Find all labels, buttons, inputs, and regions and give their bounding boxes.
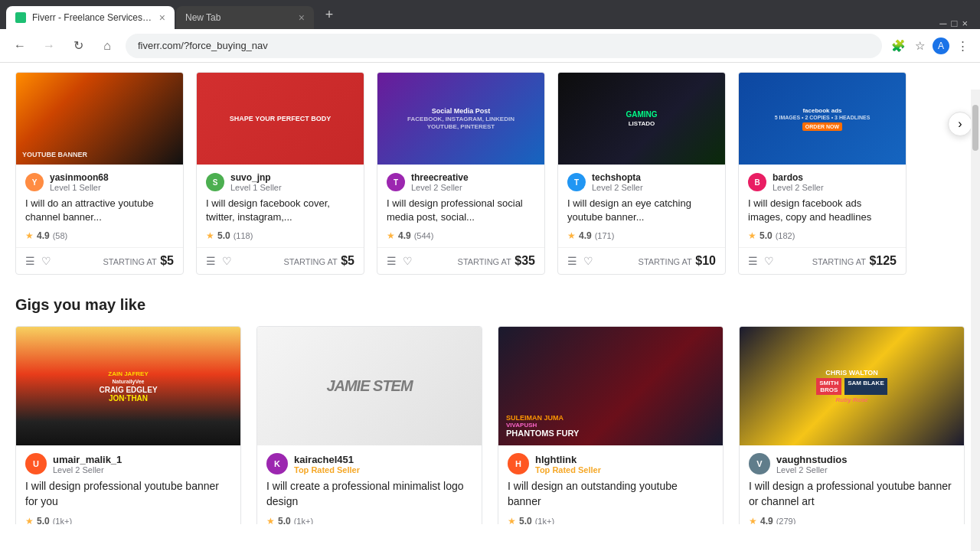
bottom-gig-rating-1: ★ 5.0 (1k+) (16, 516, 240, 524)
rating-val-5: 5.0 (760, 230, 773, 241)
favorite-btn-4[interactable]: ♡ (583, 255, 593, 267)
bookmark-icon[interactable]: ☆ (911, 37, 928, 54)
gig-card-2: SHAPE YOUR PERFECT BODY S suvo_jnp Level… (196, 72, 364, 275)
scrollbar (971, 90, 980, 551)
seller-name-3: threecreative (411, 172, 535, 183)
home-button[interactable]: ⌂ (96, 35, 118, 57)
gig-footer-4: ☰ ♡ STARTING AT $10 (558, 247, 725, 274)
tab-title-new: New Tab (185, 12, 292, 23)
gig-card-1: YouTube Banner Y yasinmoon68 Level 1 Sel… (15, 72, 184, 275)
rating-val-3: 4.9 (398, 230, 411, 241)
bottom-rating-val-1: 5.0 (37, 516, 50, 524)
bottom-gig-image-4: CHRIS WALTON SMITHBROS SAM BLAKE Ruby Ro… (740, 327, 964, 445)
bottom-gig-image-3: SULEIMAN JUMA VIVAPUSH PHANTOMS FURY (498, 327, 723, 445)
compare-btn-5[interactable]: ☰ (748, 255, 758, 267)
gig-image-1: YouTube Banner (16, 73, 183, 165)
scrollbar-thumb[interactable] (972, 105, 978, 151)
seller-avatar-4: T (567, 173, 586, 191)
minimize-btn[interactable]: ─ (939, 18, 946, 29)
bottom-seller-level-1: Level 2 Seller (53, 465, 231, 474)
menu-icon[interactable]: ⋮ (954, 37, 971, 54)
gig-image-4: GAMINGLISTADO (558, 73, 725, 165)
back-button[interactable]: ← (9, 35, 31, 57)
bottom-gig-seller-3: H hlghtlink Top Rated Seller (498, 445, 723, 479)
gig-rating-5: ★ 5.0 (182) (739, 230, 906, 247)
top-gigs-section: YouTube Banner Y yasinmoon68 Level 1 Sel… (15, 63, 965, 284)
gig-footer-3: ☰ ♡ STARTING AT $35 (377, 247, 544, 274)
new-tab-button[interactable]: + (318, 4, 340, 25)
compare-btn-1[interactable]: ☰ (25, 255, 35, 267)
bottom-seller-avatar-4: V (749, 453, 770, 474)
bottom-gig-image-1: ZAIN JAFREY NaturallyVee CRAIG EDGLEY JO… (16, 327, 240, 445)
favorite-btn-3[interactable]: ♡ (403, 255, 413, 267)
favorite-btn-5[interactable]: ♡ (764, 255, 774, 267)
tab-close-new[interactable]: × (299, 11, 305, 24)
nav-icons: 🧩 ☆ A ⋮ (890, 37, 971, 54)
seller-level-5: Level 2 Seller (773, 183, 897, 192)
gig-rating-4: ★ 4.9 (171) (558, 230, 725, 247)
tab-favicon (15, 12, 26, 23)
price-5: $125 (869, 254, 897, 267)
rating-count-3: (544) (414, 231, 434, 240)
seller-name-4: techshopta (592, 172, 716, 183)
profile-icon[interactable]: A (933, 37, 949, 54)
rating-count-2: (118) (234, 231, 253, 240)
forward-button[interactable]: → (38, 35, 60, 57)
favorite-btn-2[interactable]: ♡ (222, 255, 232, 267)
bottom-rating-val-2: 5.0 (278, 516, 291, 524)
scrollbar-track[interactable] (971, 90, 980, 551)
maximize-btn[interactable]: □ (952, 18, 958, 29)
starting-at-4: STARTING AT (639, 257, 692, 266)
gig-seller-3: T threecreative Level 2 Seller (377, 165, 544, 197)
gig-actions-4: ☰ ♡ (567, 255, 593, 267)
gig-title-4: I will design an eye catching youtube ba… (558, 197, 725, 230)
gig-title-1: I will do an attractive youtube channel … (16, 197, 183, 230)
price-4: $10 (695, 254, 716, 267)
gig-rating-2: ★ 5.0 (118) (197, 230, 364, 247)
bottom-gig-seller-2: K kairachel451 Top Rated Seller (257, 445, 482, 479)
bottom-rating-count-3: (1k+) (535, 517, 554, 524)
compare-btn-3[interactable]: ☰ (387, 255, 397, 267)
compare-btn-2[interactable]: ☰ (206, 255, 216, 267)
gig-title-5: I will design facebook ads images, copy … (739, 197, 906, 230)
gig-actions-1: ☰ ♡ (25, 255, 51, 267)
bottom-seller-level-3: Top Rated Seller (535, 465, 714, 474)
reload-button[interactable]: ↻ (67, 35, 89, 57)
gig-seller-4: T techshopta Level 2 Seller (558, 165, 725, 197)
seller-name-2: suvo_jnp (230, 172, 354, 183)
tab-close-fiverr[interactable]: × (159, 11, 165, 24)
bottom-gig-card-4: CHRIS WALTON SMITHBROS SAM BLAKE Ruby Ro… (739, 326, 965, 524)
top-gigs-container: YouTube Banner Y yasinmoon68 Level 1 Sel… (15, 63, 965, 284)
seller-level-3: Level 2 Seller (411, 183, 535, 192)
starting-at-2: STARTING AT (283, 257, 337, 266)
gig-card-4: GAMINGLISTADO T techshopta Level 2 Selle… (557, 72, 726, 275)
seller-level-2: Level 1 Seller (230, 183, 354, 192)
tab-fiverr[interactable]: Fiverr - Freelance Services Mark... × (6, 6, 175, 29)
bottom-seller-avatar-1: U (25, 453, 47, 474)
extensions-icon[interactable]: 🧩 (890, 37, 906, 54)
bottom-gig-card-3: SULEIMAN JUMA VIVAPUSH PHANTOMS FURY H h… (498, 326, 724, 524)
gig-card-5: facebook ads5 IMAGES • 2 COPIES • 3 HEAD… (738, 72, 906, 275)
favorite-btn-1[interactable]: ♡ (41, 255, 51, 267)
tab-newtab[interactable]: New Tab × (176, 6, 314, 29)
compare-btn-4[interactable]: ☰ (567, 255, 577, 267)
bottom-seller-level-2: Top Rated Seller (294, 465, 472, 474)
gig-title-3: I will design professional social media … (377, 197, 544, 230)
bottom-gig-seller-4: V vaughnstudios Level 2 Seller (740, 445, 964, 479)
star-icon-3: ★ (387, 230, 395, 241)
bottom-gig-card-1: ZAIN JAFREY NaturallyVee CRAIG EDGLEY JO… (15, 326, 241, 524)
starting-at-5: STARTING AT (812, 257, 866, 266)
bottom-seller-avatar-2: K (266, 453, 288, 474)
bottom-gig-title-3: I will design an outstanding youtube ban… (498, 479, 723, 515)
bottom-rating-count-1: (1k+) (53, 517, 72, 524)
carousel-next-btn[interactable]: › (948, 112, 972, 136)
star-icon-2: ★ (206, 230, 214, 241)
address-bar[interactable]: fiverr.com/?force_buying_nav (126, 34, 882, 58)
gig-rating-1: ★ 4.9 (58) (16, 230, 183, 247)
bottom-seller-name-4: vaughnstudios (776, 454, 955, 465)
seller-avatar-5: B (748, 173, 766, 191)
gig-image-2: SHAPE YOUR PERFECT BODY (197, 73, 364, 165)
close-btn[interactable]: × (962, 18, 968, 29)
bottom-seller-avatar-3: H (508, 453, 529, 474)
tabs-bar: Fiverr - Freelance Services Mark... × Ne… (0, 0, 980, 29)
